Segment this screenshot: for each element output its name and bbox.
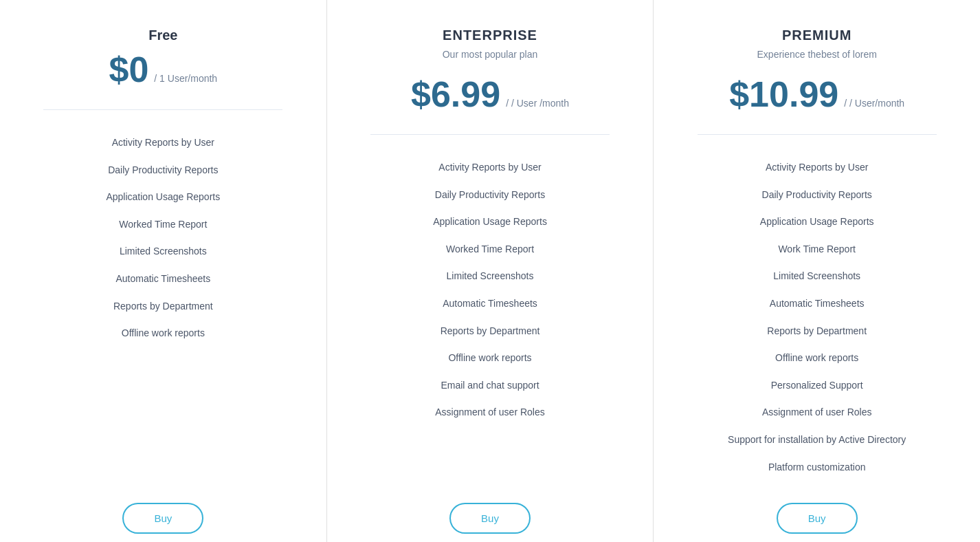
list-item: Limited Screenshots xyxy=(14,238,313,265)
enterprise-plan-name: ENTERPRISE xyxy=(443,28,537,43)
list-item: Limited Screenshots xyxy=(341,263,640,290)
enterprise-divider xyxy=(370,134,610,135)
list-item: Daily Productivity Reports xyxy=(341,182,640,209)
list-item: Activity Reports by User xyxy=(14,129,313,157)
list-item: Limited Screenshots xyxy=(667,263,966,290)
list-item: Reports by Department xyxy=(341,318,640,345)
free-price-suffix: / 1 User/month xyxy=(154,73,217,84)
list-item: Worked Time Report xyxy=(14,211,313,239)
list-item: Activity Reports by User xyxy=(341,154,640,182)
free-price-amount: $0 xyxy=(109,49,149,90)
list-item: Assignment of user Roles xyxy=(667,399,966,426)
premium-plan-card: PREMIUM Experience thebest of lorem $10.… xyxy=(654,0,980,542)
enterprise-price-amount: $6.99 xyxy=(411,74,500,115)
free-plan-card: Free $0 / 1 User/month Activity Reports … xyxy=(0,0,327,542)
premium-features-list: Activity Reports by User Daily Productiv… xyxy=(667,154,966,481)
list-item: Email and chat support xyxy=(341,372,640,400)
free-plan-name: Free xyxy=(148,28,177,43)
list-item: Work Time Report xyxy=(667,236,966,263)
list-item: Reports by Department xyxy=(667,318,966,345)
enterprise-buy-button[interactable]: Buy xyxy=(449,503,531,534)
premium-price-amount: $10.99 xyxy=(729,74,838,115)
list-item: Offline work reports xyxy=(667,345,966,372)
free-divider xyxy=(43,109,282,110)
list-item: Daily Productivity Reports xyxy=(667,182,966,209)
list-item: Support for installation by Active Direc… xyxy=(667,426,966,454)
list-item: Automatic Timesheets xyxy=(14,265,313,293)
free-features-list: Activity Reports by User Daily Productiv… xyxy=(14,129,313,481)
list-item: Assignment of user Roles xyxy=(341,399,640,426)
list-item: Daily Productivity Reports xyxy=(14,157,313,184)
premium-divider xyxy=(698,134,937,135)
pricing-container: Free $0 / 1 User/month Activity Reports … xyxy=(0,0,980,542)
list-item: Personalized Support xyxy=(667,372,966,400)
premium-buy-button[interactable]: Buy xyxy=(777,503,858,534)
list-item: Offline work reports xyxy=(341,345,640,372)
premium-tagline: Experience thebest of lorem xyxy=(757,49,877,60)
free-price-row: $0 / 1 User/month xyxy=(109,49,218,90)
list-item: Automatic Timesheets xyxy=(667,290,966,318)
list-item: Application Usage Reports xyxy=(14,184,313,211)
enterprise-price-suffix: / / User /month xyxy=(506,98,569,109)
list-item: Reports by Department xyxy=(14,293,313,321)
list-item: Application Usage Reports xyxy=(667,208,966,236)
list-item: Worked Time Report xyxy=(341,236,640,263)
enterprise-price-row: $6.99 / / User /month xyxy=(411,74,569,115)
list-item: Application Usage Reports xyxy=(341,208,640,236)
enterprise-features-list: Activity Reports by User Daily Productiv… xyxy=(341,154,640,481)
free-buy-button[interactable]: Buy xyxy=(122,503,203,534)
premium-price-suffix: / / User/month xyxy=(844,98,904,109)
list-item: Activity Reports by User xyxy=(667,154,966,182)
list-item: Automatic Timesheets xyxy=(341,290,640,318)
enterprise-tagline: Our most popular plan xyxy=(443,49,538,60)
premium-plan-name: PREMIUM xyxy=(782,28,851,43)
enterprise-plan-card: ENTERPRISE Our most popular plan $6.99 /… xyxy=(327,0,654,542)
list-item: Offline work reports xyxy=(14,320,313,347)
premium-price-row: $10.99 / / User/month xyxy=(729,74,904,115)
list-item: Platform customization xyxy=(667,454,966,481)
